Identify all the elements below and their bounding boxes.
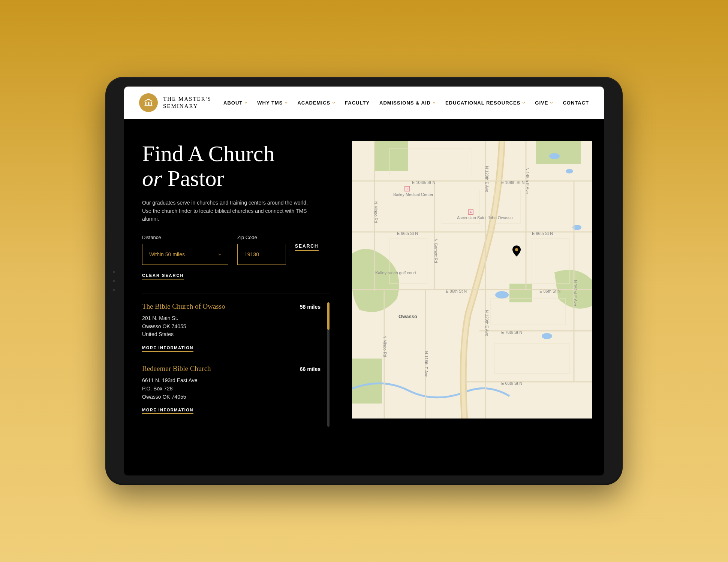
- map-road-label: Ascension Saint John Owasso: [457, 215, 513, 220]
- zip-input[interactable]: 19130: [237, 244, 286, 265]
- map-panel: E 106th St NE 106th St NE 96th St NE 96t…: [352, 141, 586, 475]
- result-item: Redeemer Bible Church66 miles6611 N. 193…: [142, 365, 321, 414]
- distance-label: Distance: [142, 235, 228, 240]
- map-road-label: E 86th St N: [539, 289, 560, 293]
- result-distance: 66 miles: [300, 366, 321, 372]
- nav-item-academics[interactable]: ACADEMICS: [297, 100, 335, 106]
- more-information-link[interactable]: MORE INFORMATION: [142, 345, 193, 352]
- search-panel: Find A Church or Pastor Our graduates se…: [142, 141, 330, 475]
- clear-search-button[interactable]: CLEAR SEARCH: [142, 273, 184, 280]
- nav-item-educational-resources[interactable]: EDUCATIONAL RESOURCES: [445, 100, 525, 106]
- map-pin-icon[interactable]: [512, 245, 521, 257]
- results-scrollbar[interactable]: [327, 302, 330, 427]
- nav-item-contact[interactable]: CONTACT: [563, 100, 589, 106]
- map-road-label: N 161st E Ave: [573, 280, 578, 306]
- svg-point-10: [549, 153, 560, 159]
- zip-label: Zip Code: [237, 235, 286, 240]
- map-road-label: N Mingo Rd: [374, 201, 378, 223]
- svg-point-13: [495, 291, 509, 299]
- map-road-label: N Mingo Rd: [383, 335, 387, 357]
- search-filters: Distance Within 50 miles Zip Code 19130: [142, 235, 330, 265]
- map-road-label: N 129th E Ave: [485, 310, 489, 336]
- tablet-device: THE MASTER'S SEMINARY ABOUTWHY TMSACADEM…: [105, 77, 623, 485]
- svg-point-14: [542, 333, 552, 339]
- map-road-label: E 106th St N: [501, 180, 524, 185]
- logo-icon: [139, 93, 158, 112]
- chevron-down-icon: [218, 253, 221, 256]
- map-road-label: E 96th St N: [532, 231, 553, 236]
- map-road-label: Bailey Medical Center: [393, 192, 433, 197]
- page-title: Find A Church or Pastor: [142, 141, 330, 191]
- map[interactable]: E 106th St NE 106th St NE 96th St NE 96t…: [352, 141, 592, 419]
- map-road-label: N Garnett Rd: [434, 239, 438, 263]
- scrollbar-thumb[interactable]: [327, 302, 330, 330]
- svg-point-11: [566, 169, 573, 173]
- result-address: 6611 N. 193rd East AveP.O. Box 728Owasso…: [142, 377, 321, 401]
- map-road-label: E 86th St N: [446, 289, 467, 293]
- main-nav: ABOUTWHY TMSACADEMICSFACULTYADMISSIONS &…: [223, 100, 589, 106]
- distance-select[interactable]: Within 50 miles: [142, 244, 228, 265]
- map-road-label: E 66th St N: [501, 381, 522, 386]
- map-canvas: [352, 141, 592, 419]
- nav-item-about[interactable]: ABOUT: [223, 100, 247, 106]
- page-description: Our graduates serve in churches and trai…: [142, 199, 315, 223]
- result-name[interactable]: The Bible Church of Owasso: [142, 302, 225, 311]
- map-road-label: N 145th E Ave: [525, 167, 530, 194]
- results-list: The Bible Church of Owasso58 miles201 N.…: [142, 302, 321, 427]
- divider: [142, 293, 330, 293]
- svg-rect-8: [509, 284, 532, 302]
- map-road-label: Kailey ranch golf court: [375, 271, 416, 275]
- nav-item-give[interactable]: GIVE: [535, 100, 553, 106]
- map-city-label: Owasso: [398, 314, 417, 319]
- chevron-down-icon: [332, 101, 335, 104]
- chevron-down-icon: [522, 101, 525, 104]
- map-road-label: N 129th E Ave: [485, 166, 489, 192]
- chevron-down-icon: [285, 101, 288, 104]
- nav-item-faculty[interactable]: FACULTY: [345, 100, 370, 106]
- map-road-label: N 116th E Ave: [424, 351, 428, 377]
- site-header: THE MASTER'S SEMINARY ABOUTWHY TMSACADEM…: [124, 87, 604, 119]
- map-road-label: E 76th St N: [501, 330, 522, 335]
- svg-rect-6: [374, 141, 408, 171]
- chevron-down-icon: [433, 101, 436, 104]
- chevron-down-icon: [244, 101, 247, 104]
- result-item: The Bible Church of Owasso58 miles201 N.…: [142, 302, 321, 352]
- brand[interactable]: THE MASTER'S SEMINARY: [139, 93, 211, 112]
- svg-point-34: [515, 248, 518, 251]
- map-road-label: E 106th St N: [412, 180, 435, 185]
- result-address: 201 N. Main St.Owasso OK 74055United Sta…: [142, 314, 321, 339]
- screen: THE MASTER'S SEMINARY ABOUTWHY TMSACADEM…: [124, 87, 604, 475]
- nav-item-admissions-aid[interactable]: ADMISSIONS & AID: [379, 100, 436, 106]
- more-information-link[interactable]: MORE INFORMATION: [142, 408, 193, 414]
- brand-name: THE MASTER'S SEMINARY: [163, 96, 211, 110]
- nav-item-why-tms[interactable]: WHY TMS: [257, 100, 288, 106]
- search-button[interactable]: SEARCH: [295, 244, 319, 251]
- svg-rect-9: [352, 359, 382, 404]
- svg-rect-7: [536, 141, 581, 164]
- page-body: Find A Church or Pastor Our graduates se…: [124, 119, 604, 475]
- map-poi-marker: +: [468, 209, 473, 215]
- map-road-label: E 96th St N: [397, 231, 418, 236]
- svg-rect-33: [494, 344, 569, 374]
- result-name[interactable]: Redeemer Bible Church: [142, 365, 211, 373]
- svg-rect-32: [491, 299, 566, 325]
- map-poi-marker: +: [404, 186, 410, 191]
- result-distance: 58 miles: [300, 304, 321, 310]
- chevron-down-icon: [550, 101, 553, 104]
